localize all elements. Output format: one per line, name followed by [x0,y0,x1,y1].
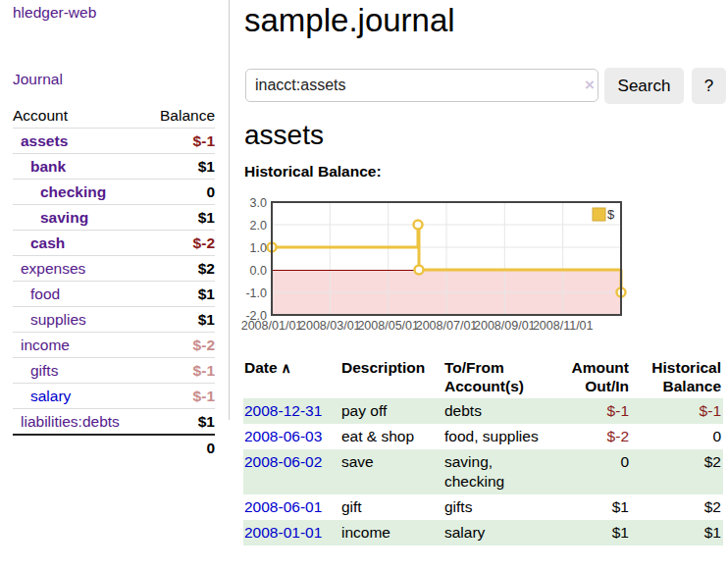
svg-text:-1.0: -1.0 [245,286,267,300]
hledger-web-app: hledger-web Journal Account Balance asse… [0,0,728,571]
accounts-balance-table: Account Balance assets $-1 bank $1 check… [13,104,215,460]
svg-text:2008/01/01: 2008/01/01 [241,319,303,333]
table-row: bank $1 [13,154,215,180]
sidebar-account-link-cash[interactable]: cash [30,234,65,251]
account-balance: $-2 [138,333,215,358]
transaction-date-link[interactable]: 2008-06-02 [244,453,322,470]
chart-legend: $ [593,207,615,222]
table-row: cash $-2 [13,231,215,256]
accounts-total-value: 0 [138,435,215,460]
transaction-date-link[interactable]: 2008-01-01 [244,524,322,541]
transaction-balance: $2 [631,494,723,520]
transaction-row: 2008-12-31 pay off debts $-1 $-1 [243,398,723,424]
transaction-balance: $-1 [631,398,723,424]
account-balance: $1 [138,409,215,436]
y-axis-labels: 3.0 2.0 1.0 0.0 -1.0 -2.0 [245,198,267,323]
transaction-row: 2008-06-01 gift gifts $1 $2 [243,494,723,520]
sidebar-account-link-income[interactable]: income [21,337,70,353]
transaction-accounts: debts [440,398,552,424]
sidebar-account-link-supplies[interactable]: supplies [30,311,86,328]
table-row: income $-2 [13,333,215,358]
transaction-balance: 0 [631,424,723,449]
x-axis-labels: 2008/01/01 2008/03/01 2008/05/01 2008/07… [241,319,594,333]
sidebar-account-link-expenses[interactable]: expenses [21,260,85,277]
table-row: gifts $-1 [13,358,215,384]
search-input[interactable] [245,69,598,102]
search-button[interactable]: Search [604,68,684,104]
transaction-row: 2008-06-03 eat & shop food, supplies $-2… [243,424,723,449]
sidebar-item-journal[interactable]: Journal [13,71,63,88]
sidebar-account-link-assets[interactable]: assets [21,132,68,149]
svg-text:2008/09/01: 2008/09/01 [474,319,536,333]
balance-column-header: Historical Balance [631,355,723,398]
transaction-accounts: gifts [440,494,552,520]
account-balance: $1 [138,205,215,231]
transaction-date-link[interactable]: 2008-06-03 [244,428,322,444]
transaction-amount: $1 [552,520,631,545]
transaction-date-link[interactable]: 2008-12-31 [244,402,322,419]
svg-text:1.0: 1.0 [250,241,267,255]
transaction-amount: 0 [552,449,631,494]
svg-text:2008/05/01: 2008/05/01 [357,319,419,333]
historical-balance-chart: $ 3.0 2.0 1.0 0.0 -1.0 -2.0 2008/01/01 2… [240,198,628,345]
account-balance: $-2 [138,231,215,256]
transactions-table: Date∧ Description To/From Account(s) Amo… [243,355,723,545]
date-column-header[interactable]: Date∧ [243,355,337,398]
legend-swatch [593,208,605,221]
legend-label: $ [607,207,615,222]
balance-column-header: Balance [138,104,215,129]
app-title-link[interactable]: hledger-web [13,4,96,22]
table-row: food $1 [13,282,215,307]
transaction-row: 2008-06-02 save saving, checking 0 $2 [243,449,723,494]
account-column-header: Account [13,104,138,129]
sidebar-account-link-gifts[interactable]: gifts [30,362,58,379]
sidebar-account-link-food[interactable]: food [30,286,60,302]
table-row: liabilities:debts $1 [13,409,215,436]
transaction-accounts: salary [440,520,552,545]
transaction-amount: $1 [552,494,631,520]
table-row: assets $-1 [13,129,215,154]
sidebar-account-link-checking[interactable]: checking [40,183,106,200]
transaction-date-link[interactable]: 2008-06-01 [244,498,322,515]
svg-text:2.0: 2.0 [250,219,267,233]
account-balance: $1 [138,154,215,180]
transaction-description: pay off [337,398,440,424]
account-balance: $2 [138,256,215,282]
help-button[interactable]: ? [692,68,726,104]
sidebar-account-link-liabilities-debts[interactable]: liabilities:debts [21,413,120,430]
accounts-total-row: 0 [13,435,215,460]
clear-search-icon[interactable]: × [581,76,598,95]
transaction-description: gift [337,494,440,520]
transactions-table-header: Date∧ Description To/From Account(s) Amo… [243,355,723,398]
sidebar-account-link-saving[interactable]: saving [40,209,88,226]
sidebar-account-link-bank[interactable]: bank [30,158,66,175]
svg-text:2008/11/01: 2008/11/01 [533,319,594,333]
account-heading: assets [244,120,324,151]
accounts-table-header: Account Balance [13,104,215,129]
description-column-header: Description [337,355,440,398]
svg-text:3.0: 3.0 [250,198,267,210]
svg-text:2008/03/01: 2008/03/01 [299,319,361,333]
transaction-row: 2008-01-01 income salary $1 $1 [243,520,723,545]
svg-text:0.0: 0.0 [250,264,267,278]
transaction-description: save [337,449,440,494]
page-title: sample.journal [244,2,455,39]
table-row: supplies $1 [13,307,215,333]
transaction-description: eat & shop [337,424,440,449]
amount-column-header: Amount Out/In [552,355,631,398]
table-row: checking 0 [13,180,215,205]
table-row: salary $-1 [13,384,215,409]
account-balance: $-1 [138,358,215,384]
sort-ascending-icon[interactable]: ∧ [282,360,291,376]
chart-heading: Historical Balance: [244,163,382,181]
svg-text:2008/07/01: 2008/07/01 [416,319,478,333]
transaction-amount: $-2 [552,424,631,449]
account-balance: $-1 [138,384,215,409]
sidebar-account-link-salary[interactable]: salary [30,388,71,404]
transaction-accounts: saving, checking [440,449,552,494]
date-header-label: Date [244,359,278,376]
account-balance: $1 [138,307,215,333]
transaction-accounts: food, supplies [440,424,552,449]
account-balance: 0 [138,180,215,205]
transaction-balance: $2 [631,449,723,494]
